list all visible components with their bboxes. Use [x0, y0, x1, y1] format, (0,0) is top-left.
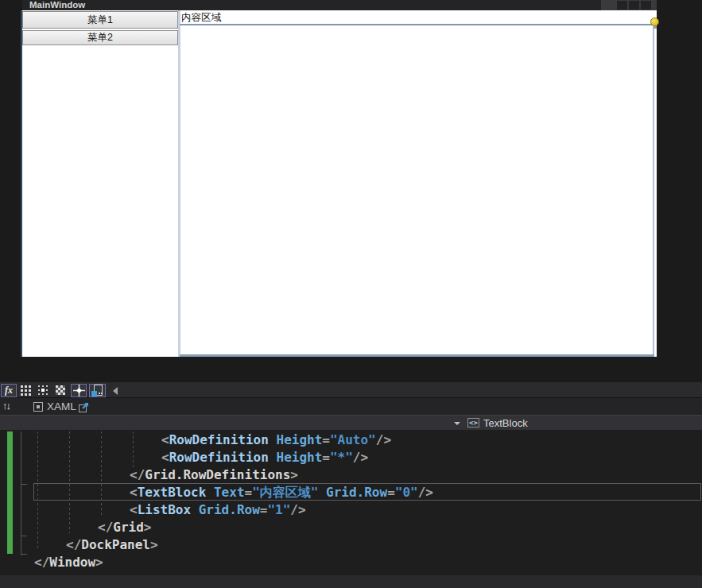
code-line-7[interactable]: </DockPanel> [66, 536, 158, 554]
code-token: < [130, 502, 138, 517]
code-token: Grid.Row [199, 502, 260, 517]
code-token: Height [277, 450, 323, 465]
code-token: < [130, 485, 138, 500]
indent-guide [101, 431, 102, 516]
lightbulb-handle-icon[interactable] [650, 17, 659, 26]
dock-divider [178, 10, 180, 357]
chevron-down-icon[interactable] [454, 422, 460, 425]
code-token: Grid.Row [326, 485, 387, 500]
member-dropdown[interactable]: TextBlock [483, 417, 528, 429]
code-line-5[interactable]: <ListBox Grid.Row="1"/> [130, 501, 306, 519]
code-token: </ [130, 467, 145, 482]
code-token: /> [290, 502, 305, 517]
code-line-3[interactable]: </Grid.RowDefinitions> [130, 466, 298, 484]
code-token: </ [98, 520, 113, 535]
code-token: "内容区域" [252, 485, 318, 500]
code-token: = [245, 485, 253, 500]
editor-pane-tab-bar: ↑↓ XAML [0, 397, 702, 415]
code-token [191, 502, 199, 517]
menu-item[interactable]: 菜单1 [22, 11, 178, 29]
snaplines-icon[interactable] [71, 384, 87, 397]
menu-item[interactable]: 菜单2 [22, 30, 178, 45]
designer-toolbar: fx [0, 382, 702, 397]
code-token: </ [66, 537, 81, 552]
outlining-tick [21, 536, 27, 536]
dot-grid-icon[interactable] [37, 384, 50, 397]
project-code-icon[interactable] [89, 384, 106, 397]
code-token: Grid [113, 520, 144, 535]
code-token: = [260, 502, 268, 517]
minimize-button[interactable] [617, 1, 627, 10]
code-token: Grid.RowDefinitions [145, 467, 290, 482]
close-button[interactable] [641, 1, 651, 10]
editor-bottom-strip [0, 575, 702, 588]
xml-element-icon: <> [467, 418, 479, 427]
code-token: > [290, 467, 298, 482]
design-surface[interactable]: 菜单1菜单2 内容区域 [22, 10, 657, 357]
indent-guide [133, 431, 134, 467]
code-token: RowDefinition [169, 432, 269, 447]
design-window-title: MainWindow [29, 0, 85, 10]
window-buttons-group [601, 0, 657, 10]
code-line-4[interactable]: <TextBlock Text="内容区域" Grid.Row="0"/> [130, 484, 433, 501]
code-token: < [161, 432, 169, 447]
snap-grid-icon[interactable] [19, 384, 33, 397]
code-token: /> [353, 450, 368, 465]
code-token: Text [214, 485, 245, 500]
listbox-top-border [180, 24, 654, 25]
code-token: > [95, 555, 103, 570]
checkerboard-background-icon[interactable] [54, 384, 68, 397]
swap-panes-icon[interactable]: ↑↓ [2, 400, 10, 412]
content-textblock[interactable]: 内容区域 [181, 11, 221, 24]
code-token: "*" [330, 450, 353, 465]
xaml-designer-window: MainWindow 菜单1菜单2 内容区域 fx ↑↓ XAML [0, 0, 702, 588]
code-line-2[interactable]: <RowDefinition Height="*"/> [161, 449, 368, 466]
code-token: < [161, 450, 169, 465]
code-token [269, 432, 277, 447]
xaml-document-icon [33, 402, 43, 412]
code-token: /> [418, 485, 433, 500]
design-window-titlebar: MainWindow [22, 0, 657, 10]
indent-guide [69, 431, 70, 533]
code-token: "Auto" [330, 432, 376, 447]
tab-xaml[interactable]: XAML [47, 400, 76, 412]
code-token: DockPanel [81, 537, 150, 552]
listbox-bottom-border [180, 354, 654, 357]
code-token: TextBlock [138, 485, 207, 500]
collapse-left-icon[interactable] [111, 384, 120, 397]
code-token: ListBox [138, 502, 191, 517]
popout-window-icon[interactable] [79, 401, 89, 412]
code-token: Window [49, 555, 95, 570]
outlining-tick [21, 554, 27, 555]
code-line-8[interactable]: </Window> [34, 554, 103, 571]
code-token: </ [34, 555, 49, 570]
maximize-button[interactable] [629, 1, 639, 10]
outlining-guide[interactable] [21, 431, 21, 555]
code-token: RowDefinition [169, 450, 269, 465]
effects-fx-icon[interactable]: fx [1, 384, 17, 397]
editor-navigation-bar: <> TextBlock [0, 415, 702, 430]
code-token: Height [277, 432, 323, 447]
code-token: = [387, 485, 395, 500]
code-token: "0" [395, 485, 418, 500]
code-token: > [150, 537, 158, 552]
code-token [318, 485, 326, 500]
code-token: /> [376, 432, 391, 447]
code-token: "1" [267, 502, 290, 517]
lightbulb-base [654, 26, 657, 29]
code-line-6[interactable]: </Grid> [98, 519, 151, 536]
listbox-right-border [653, 25, 654, 356]
code-token: = [322, 432, 330, 447]
xaml-code-editor[interactable]: <RowDefinition Height="Auto"/><RowDefini… [0, 430, 702, 588]
code-line-1[interactable]: <RowDefinition Height="Auto"/> [161, 431, 391, 449]
code-token [269, 450, 277, 465]
outlining-tick [21, 484, 27, 485]
track-changes-bar [7, 431, 13, 554]
code-token: = [322, 450, 330, 465]
code-token: > [144, 520, 152, 535]
code-token [206, 485, 214, 500]
